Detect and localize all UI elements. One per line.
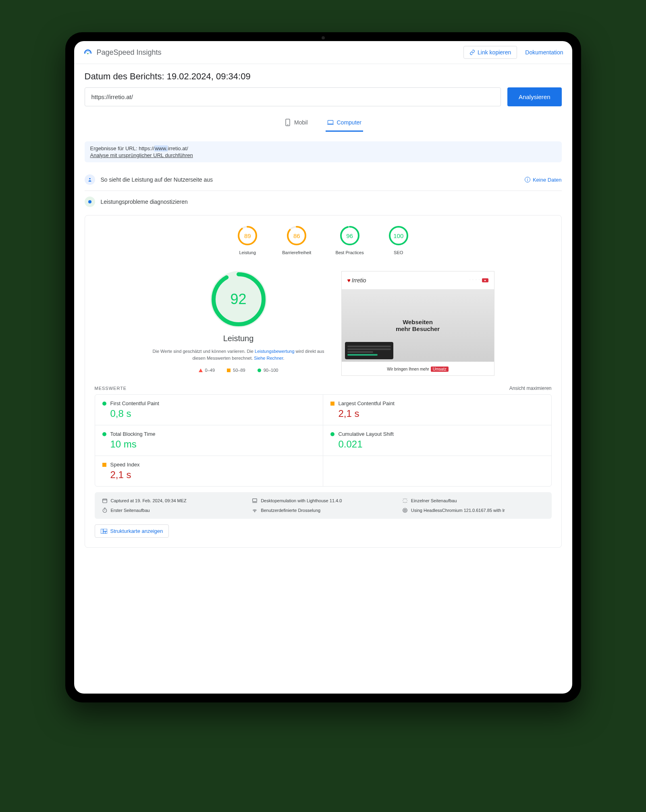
info-icon: i	[525, 177, 530, 182]
perf-rating-link[interactable]: Leistungsbewertung	[255, 349, 294, 354]
triangle-red-icon	[199, 369, 203, 372]
heart-icon: ♥	[347, 277, 351, 284]
big-performance-gauge: 92	[210, 271, 267, 327]
topbar: PageSpeed Insights Link kopieren Dokumen…	[74, 41, 572, 64]
treemap-icon	[101, 529, 107, 534]
dot-green-icon	[102, 432, 106, 436]
svg-point-24	[404, 510, 406, 512]
section-user-performance: So sieht die Leistung auf der Nutzerseit…	[85, 169, 562, 191]
svg-point-23	[403, 508, 407, 513]
screen: PageSpeed Insights Link kopieren Dokumen…	[74, 41, 572, 694]
metric-total-blocking-time: Total Blocking Time 10 ms	[95, 425, 323, 456]
environment-info: Captured at 19. Feb. 2024, 09:34 MEZ Des…	[95, 492, 552, 519]
mobile-icon	[285, 118, 291, 126]
metric-first-contentful-paint: First Contentful Paint 0,8 s	[95, 395, 323, 425]
link-icon	[469, 50, 475, 55]
link-copy-button[interactable]: Link kopieren	[463, 46, 517, 59]
svg-rect-15	[102, 499, 107, 503]
score-leistung[interactable]: 89 Leistung	[237, 225, 258, 255]
perf-description: Die Werte sind geschätzt und können vari…	[152, 348, 325, 361]
calendar-icon	[102, 498, 108, 503]
calculator-link[interactable]: Siehe Rechner	[254, 356, 283, 360]
url-result-box: Ergebnisse für URL: https://www.irretio.…	[85, 141, 562, 162]
score-legend: 0–49 50–89 90–100	[152, 368, 325, 373]
svg-point-0	[87, 53, 88, 54]
app-title: PageSpeed Insights	[97, 48, 162, 57]
user-icon	[85, 174, 95, 185]
chrome-icon	[402, 508, 408, 513]
page-screenshot: ♥Irretio ····■ Webseiten mehr Besucher W…	[341, 271, 494, 376]
dot-green-icon	[102, 402, 106, 406]
rerun-original-link[interactable]: Analyse mit ursprünglicher URL durchführ…	[90, 152, 556, 158]
tab-mobile[interactable]: Mobil	[283, 114, 309, 132]
square-orange-icon	[102, 463, 106, 467]
treemap-button[interactable]: Strukturkarte anzeigen	[95, 524, 169, 538]
tablet-frame: PageSpeed Insights Link kopieren Dokumen…	[65, 32, 581, 702]
desktop-icon	[327, 118, 334, 126]
dot-green-icon	[330, 432, 334, 436]
desktop-small-icon	[252, 498, 258, 503]
device-tabs: Mobil Computer	[85, 114, 562, 132]
svg-point-22	[255, 512, 255, 512]
analyze-button[interactable]: Analysieren	[507, 87, 561, 106]
svg-rect-3	[328, 120, 333, 124]
metric-largest-contentful-paint: Largest Contentful Paint 2,1 s	[323, 395, 551, 425]
big-gauge-label: Leistung	[152, 334, 325, 343]
square-orange-icon	[227, 369, 231, 372]
report-date: Datum des Berichts: 19.02.2024, 09:34:09	[85, 71, 562, 82]
diagnose-panel: 89 Leistung 86 Barrierefreiheit 96 Best …	[85, 215, 562, 548]
metric-speed-index: Speed Index 2,1 s	[95, 456, 323, 486]
score-seo[interactable]: 100 SEO	[388, 225, 409, 255]
svg-point-5	[89, 178, 91, 180]
pagespeed-icon	[83, 48, 93, 57]
tablet-camera	[322, 36, 325, 39]
url-input[interactable]	[85, 87, 501, 106]
maximize-view-link[interactable]: Ansicht maximieren	[509, 385, 552, 391]
no-data-label: i Keine Daten	[525, 177, 562, 183]
square-orange-icon	[330, 402, 334, 406]
tab-desktop[interactable]: Computer	[326, 114, 363, 132]
svg-rect-17	[253, 499, 257, 501]
section-diagnose: Leistungsprobleme diagnostizieren	[101, 199, 188, 205]
dot-green-icon	[258, 369, 261, 372]
docs-link[interactable]: Dokumentation	[525, 49, 563, 56]
diagnose-icon	[85, 197, 95, 207]
wifi-icon	[252, 508, 258, 513]
timer-icon	[102, 508, 108, 513]
single-icon	[402, 498, 408, 503]
score-barrierefreiheit[interactable]: 86 Barrierefreiheit	[282, 225, 311, 255]
metric-cumulative-layout-shift: Cumulative Layout Shift 0.021	[323, 425, 551, 456]
metrics-title: MESSWERTE	[95, 386, 127, 391]
score-best practices[interactable]: 96 Best Practices	[335, 225, 364, 255]
